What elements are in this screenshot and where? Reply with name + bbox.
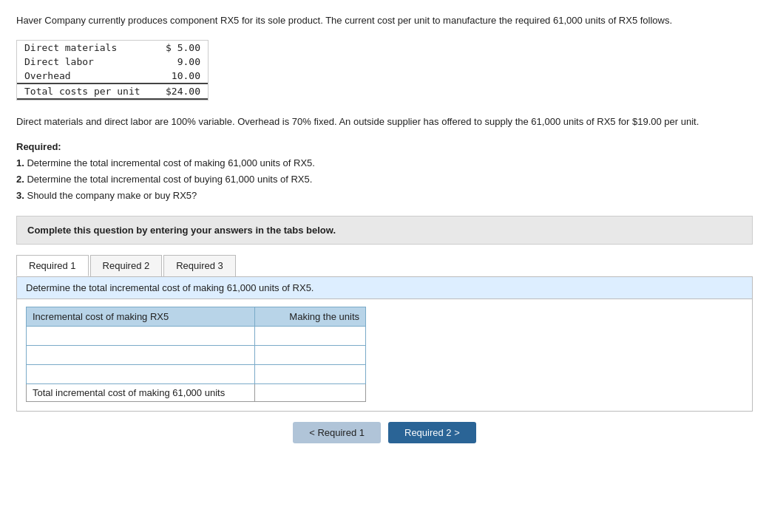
cost-label-materials: Direct materials <box>17 41 155 55</box>
determine-bar-text: Determine the total incremental cost of … <box>26 282 314 293</box>
incremental-col2-header: Making the units <box>255 307 366 327</box>
incremental-row-3-label <box>27 365 255 384</box>
incremental-row-3-value-input[interactable] <box>261 369 359 380</box>
incremental-row-2-label-input[interactable] <box>33 349 248 361</box>
cost-value-materials: $ 5.00 <box>155 41 208 55</box>
required-item-1-text: Determine the total incremental cost of … <box>27 157 314 168</box>
determine-bar: Determine the total incremental cost of … <box>17 277 752 299</box>
cost-label-labor: Direct labor <box>17 55 155 69</box>
cost-row-overhead: Overhead 10.00 <box>17 69 208 83</box>
incremental-table-wrapper: Incremental cost of making RX5 Making th… <box>17 299 752 411</box>
cost-row-total: Total costs per unit $24.00 <box>17 83 208 99</box>
incremental-footer-label: Total incremental cost of making 61,000 … <box>27 384 255 402</box>
cost-row-materials: Direct materials $ 5.00 <box>17 41 208 55</box>
cost-value-overhead: 10.00 <box>155 69 208 83</box>
cost-label-total: Total costs per unit <box>17 83 155 99</box>
incremental-row-1-label-input[interactable] <box>33 330 248 341</box>
cost-label-overhead: Overhead <box>17 69 155 83</box>
required-item-3-num: 3. <box>16 190 24 201</box>
required-item-1-num: 1. <box>16 157 24 168</box>
tab-required-2[interactable]: Required 2 <box>90 255 163 276</box>
incremental-table: Incremental cost of making RX5 Making th… <box>26 307 366 402</box>
incremental-row-2-label <box>27 346 255 365</box>
tab-required-3[interactable]: Required 3 <box>163 255 236 276</box>
complete-box: Complete this question by entering your … <box>16 216 753 245</box>
incremental-row-3 <box>27 365 366 384</box>
incremental-row-2-value-input[interactable] <box>261 349 359 361</box>
required-section: Required: 1. Determine the total increme… <box>16 139 753 204</box>
cost-table: Direct materials $ 5.00 Direct labor 9.0… <box>16 40 209 100</box>
tabs-container: Required 1 Required 2 Required 3 <box>16 255 753 277</box>
incremental-row-1-label <box>27 327 255 346</box>
required-item-2-num: 2. <box>16 174 24 185</box>
incremental-row-3-value <box>255 365 366 384</box>
intro-text: Haver Company currently produces compone… <box>16 13 753 28</box>
next-button[interactable]: Required 2 > <box>388 422 476 443</box>
cost-value-total: $24.00 <box>155 83 208 99</box>
incremental-row-2-value <box>255 346 366 365</box>
incremental-row-1 <box>27 327 366 346</box>
required-item-2-text: Determine the total incremental cost of … <box>27 174 312 185</box>
incremental-table-header-row: Incremental cost of making RX5 Making th… <box>27 307 366 327</box>
incremental-col1-header: Incremental cost of making RX5 <box>27 307 255 327</box>
required-header: Required: <box>16 141 61 152</box>
incremental-row-1-value <box>255 327 366 346</box>
tab-content-area: Determine the total incremental cost of … <box>16 277 753 412</box>
complete-box-text: Complete this question by entering your … <box>27 225 336 236</box>
cost-value-labor: 9.00 <box>155 55 208 69</box>
nav-buttons: < Required 1 Required 2 > <box>16 422 753 443</box>
incremental-row-1-value-input[interactable] <box>261 330 359 341</box>
prev-button[interactable]: < Required 1 <box>293 422 381 443</box>
incremental-footer-value-input[interactable] <box>261 387 359 398</box>
incremental-row-3-label-input[interactable] <box>33 369 248 380</box>
description-text: Direct materials and direct labor are 10… <box>16 115 753 129</box>
incremental-footer-value <box>255 384 366 402</box>
cost-row-labor: Direct labor 9.00 <box>17 55 208 69</box>
incremental-row-2 <box>27 346 366 365</box>
tab-required-1[interactable]: Required 1 <box>16 255 89 276</box>
incremental-footer-row: Total incremental cost of making 61,000 … <box>27 384 366 402</box>
required-item-3-text: Should the company make or buy RX5? <box>27 190 197 201</box>
